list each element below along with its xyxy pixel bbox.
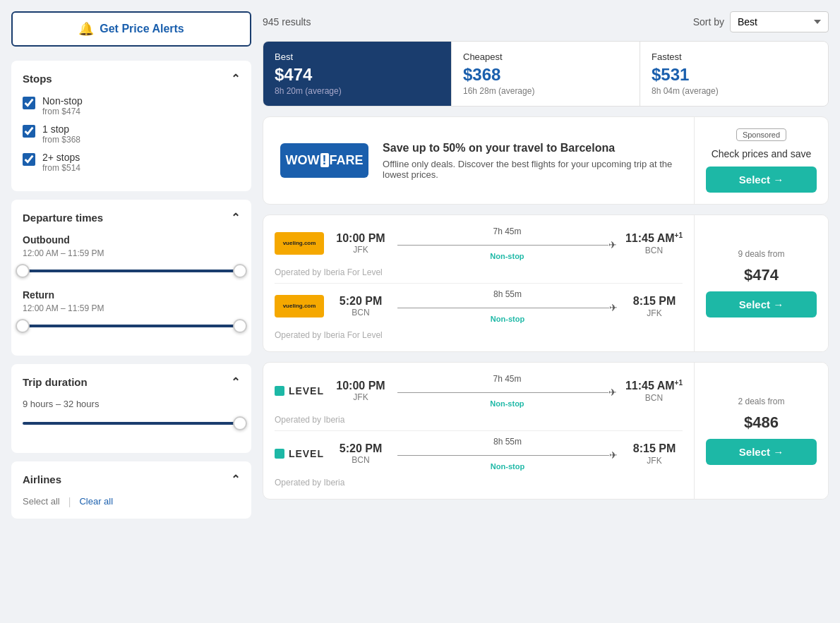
level-logo-outbound: LEVEL	[275, 380, 324, 402]
outbound-left-thumb[interactable]	[16, 264, 30, 278]
1stop-checkbox[interactable]	[23, 125, 35, 138]
stops-header: Stops ⌃	[23, 72, 240, 85]
airlines-header: Airlines ⌃	[23, 473, 240, 486]
2stops-option: 2+ stops from $514	[23, 152, 240, 173]
results-header: 945 results Sort by Best Cheapest Fastes…	[263, 11, 829, 32]
outbound-arrive-1: 11:45 AM+1 BCN	[625, 231, 683, 255]
wowfare-logo: WOW!FARE	[280, 143, 368, 178]
outbound-arrow-2: 7h 45m ✈ Non-stop	[397, 374, 617, 408]
sponsored-left: WOW!FARE Save up to 50% on your travel t…	[263, 117, 694, 204]
stops-chevron-icon[interactable]: ⌃	[231, 72, 240, 85]
results-count: 945 results	[263, 16, 311, 28]
return-arrow-2: 8h 55m ✈ Non-stop	[397, 437, 618, 471]
tab-cheapest[interactable]: Cheapest $368 16h 28m (average)	[452, 42, 640, 106]
stops-section: Stops ⌃ Non-stop from $474 1 stop from $…	[11, 61, 251, 191]
flight-card-right-2: 2 deals from $486 Select →	[694, 363, 828, 499]
return-slider: Return 12:00 AM – 11:59 PM	[23, 289, 240, 333]
return-arrow-1: 8h 55m ✈ Non-stop	[397, 289, 618, 323]
flight-divider-1	[275, 283, 683, 284]
duration-track	[23, 422, 240, 425]
outbound-right-thumb[interactable]	[233, 264, 247, 278]
nonstop-checkbox[interactable]	[23, 97, 35, 109]
outbound-row-2: LEVEL 10:00 PM JFK 7h 45m ✈	[275, 374, 683, 408]
airlines-footer: Select all | Clear all	[23, 496, 240, 507]
bell-icon: 🔔	[78, 21, 94, 37]
sponsored-right: Sponsored Check prices and save Select →	[694, 117, 828, 204]
plane-icon-3: ✈	[608, 387, 617, 398]
outbound-slider: Outbound 12:00 AM – 11:59 PM	[23, 234, 240, 278]
plane-icon-1: ✈	[608, 239, 617, 250]
plane-icon-4: ✈	[609, 449, 618, 461]
sponsored-select-button[interactable]: Select →	[706, 167, 817, 193]
1stop-option: 1 stop from $368	[23, 123, 240, 145]
vueling-logo-outbound: vueling.com	[275, 232, 324, 255]
departure-chevron-icon[interactable]: ⌃	[231, 211, 240, 224]
return-row-2: LEVEL 5:20 PM BCN 8h 55m ✈ N	[275, 437, 683, 471]
price-alert-button[interactable]: 🔔 Get Price Alerts	[11, 11, 251, 47]
departure-header: Departure times ⌃	[23, 211, 240, 224]
return-left-thumb[interactable]	[16, 319, 30, 333]
flight-card-left-2: LEVEL 10:00 PM JFK 7h 45m ✈	[263, 363, 694, 499]
duration-range: 9 hours – 32 hours	[23, 399, 240, 409]
flight-card-left-1: vueling.com 10:00 PM JFK 7h 45m ✈ Non-s	[263, 215, 694, 351]
duration-section: Trip duration ⌃ 9 hours – 32 hours	[11, 364, 251, 453]
return-row-1: vueling.com 5:20 PM BCN 8h 55m ✈ Non-st	[275, 289, 683, 323]
flight-card-level: LEVEL 10:00 PM JFK 7h 45m ✈	[263, 362, 829, 500]
tab-fastest[interactable]: Fastest $531 8h 04m (average)	[640, 42, 828, 106]
page-layout: 🔔 Get Price Alerts Stops ⌃ Non-stop from…	[0, 0, 840, 538]
sidebar: 🔔 Get Price Alerts Stops ⌃ Non-stop from…	[11, 11, 251, 527]
sponsored-badge: Sponsored	[736, 128, 786, 141]
return-depart-2: 5:20 PM BCN	[332, 442, 389, 465]
select-button-vueling[interactable]: Select →	[706, 291, 817, 317]
return-track	[23, 325, 240, 327]
nonstop-option: Non-stop from $474	[23, 95, 240, 116]
level-logo-return: LEVEL	[275, 442, 324, 465]
flight-card-right-1: 9 deals from $474 Select →	[694, 215, 828, 351]
select-button-level[interactable]: Select →	[706, 439, 817, 465]
flight-divider-2	[275, 430, 683, 431]
2stops-checkbox[interactable]	[23, 153, 35, 166]
sort-select[interactable]: Best Cheapest Fastest	[730, 11, 829, 32]
sponsored-description: Check prices and save	[712, 148, 812, 159]
sort-row: Sort by Best Cheapest Fastest	[693, 11, 829, 32]
return-depart-1: 5:20 PM BCN	[332, 295, 389, 317]
outbound-depart-1: 10:00 PM JFK	[332, 232, 389, 255]
return-arrive-1: 8:15 PM JFK	[626, 294, 683, 317]
sponsored-content: Save up to 50% on your travel to Barcelo…	[383, 142, 677, 180]
select-all-link[interactable]: Select all	[23, 496, 60, 507]
duration-header: Trip duration ⌃	[23, 375, 240, 389]
return-right-thumb[interactable]	[233, 319, 247, 333]
airlines-section: Airlines ⌃ Select all | Clear all	[11, 461, 251, 519]
price-tabs: Best $474 8h 20m (average) Cheapest $368…	[263, 41, 829, 107]
airlines-chevron-icon[interactable]: ⌃	[231, 473, 240, 486]
plane-icon-2: ✈	[609, 302, 618, 313]
flight-card-vueling: vueling.com 10:00 PM JFK 7h 45m ✈ Non-s	[263, 214, 829, 352]
clear-all-link[interactable]: Clear all	[79, 496, 113, 507]
sponsored-card: WOW!FARE Save up to 50% on your travel t…	[263, 116, 829, 205]
outbound-arrive-2: 11:45 AM+1 BCN	[625, 379, 683, 402]
vueling-logo-return: vueling.com	[275, 295, 324, 317]
main-content: 945 results Sort by Best Cheapest Fastes…	[263, 11, 829, 527]
tab-best[interactable]: Best $474 8h 20m (average)	[263, 42, 452, 106]
outbound-track	[23, 270, 240, 272]
duration-chevron-icon[interactable]: ⌃	[231, 375, 240, 389]
outbound-row-1: vueling.com 10:00 PM JFK 7h 45m ✈ Non-s	[275, 226, 683, 260]
outbound-arrow-1: 7h 45m ✈ Non-stop	[397, 226, 617, 260]
return-arrive-2: 8:15 PM JFK	[626, 442, 683, 465]
outbound-depart-2: 10:00 PM JFK	[332, 380, 389, 402]
departure-section: Departure times ⌃ Outbound 12:00 AM – 11…	[11, 200, 251, 356]
duration-right-thumb[interactable]	[233, 416, 247, 430]
